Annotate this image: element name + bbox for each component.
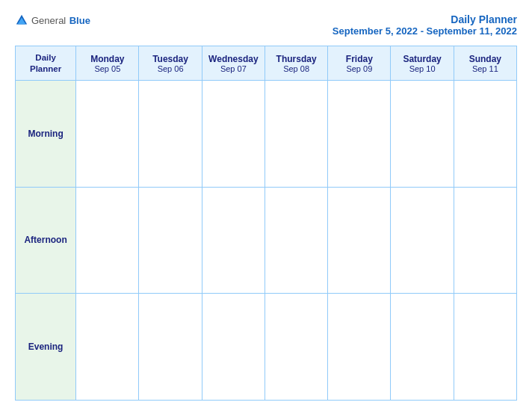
table-header-monday: Monday Sep 05 xyxy=(76,46,139,81)
cell-afternoon-friday[interactable] xyxy=(328,187,391,294)
table-header-tuesday: Tuesday Sep 06 xyxy=(139,46,202,81)
table-header-row: Daily Planner Monday Sep 05 Tuesday Sep … xyxy=(16,46,517,81)
logo-general: General xyxy=(31,15,66,26)
header: General Blue Daily Planner September 5, … xyxy=(15,13,517,37)
row-label-afternoon: Afternoon xyxy=(16,187,76,294)
col-day-date: Sep 11 xyxy=(456,64,515,73)
table-row: Morning xyxy=(16,81,517,188)
cell-evening-sunday[interactable] xyxy=(454,294,516,401)
cell-evening-tuesday[interactable] xyxy=(139,294,202,401)
cell-morning-monday[interactable] xyxy=(76,81,139,188)
cell-afternoon-sunday[interactable] xyxy=(454,187,516,294)
cell-morning-sunday[interactable] xyxy=(454,81,516,188)
label-header-line1: Daily xyxy=(17,52,74,64)
page: General Blue Daily Planner September 5, … xyxy=(0,0,532,411)
label-header-line2: Planner xyxy=(17,64,74,75)
header-title: Daily Planner xyxy=(332,13,517,25)
logo-text: General Blue xyxy=(31,13,90,27)
row-label-morning: Morning xyxy=(16,81,76,188)
table-header-label: Daily Planner xyxy=(16,46,76,81)
cell-morning-thursday[interactable] xyxy=(265,81,327,188)
cell-afternoon-monday[interactable] xyxy=(76,187,139,294)
cell-afternoon-saturday[interactable] xyxy=(391,187,454,294)
cell-morning-friday[interactable] xyxy=(328,81,391,188)
planner-table: Daily Planner Monday Sep 05 Tuesday Sep … xyxy=(15,46,517,401)
cell-afternoon-tuesday[interactable] xyxy=(139,187,202,294)
table-header-thursday: Thursday Sep 08 xyxy=(265,46,327,81)
cell-morning-saturday[interactable] xyxy=(391,81,454,188)
col-day-name: Tuesday xyxy=(140,54,200,64)
table-row: Afternoon xyxy=(16,187,517,294)
logo: General Blue xyxy=(15,13,90,27)
header-info: Daily Planner September 5, 2022 - Septem… xyxy=(332,13,517,37)
table-header-saturday: Saturday Sep 10 xyxy=(391,46,454,81)
col-day-name: Thursday xyxy=(267,54,326,64)
col-day-date: Sep 08 xyxy=(267,64,326,73)
cell-evening-thursday[interactable] xyxy=(265,294,327,401)
cell-afternoon-wednesday[interactable] xyxy=(202,187,265,294)
cell-evening-friday[interactable] xyxy=(328,294,391,401)
col-day-date: Sep 06 xyxy=(140,64,200,73)
col-day-date: Sep 05 xyxy=(78,64,137,73)
table-header-wednesday: Wednesday Sep 07 xyxy=(202,46,265,81)
row-label-evening: Evening xyxy=(16,294,76,401)
cell-afternoon-thursday[interactable] xyxy=(265,187,327,294)
col-day-name: Sunday xyxy=(456,54,515,64)
cell-morning-wednesday[interactable] xyxy=(202,81,265,188)
cell-evening-wednesday[interactable] xyxy=(202,294,265,401)
cell-evening-saturday[interactable] xyxy=(391,294,454,401)
col-day-name: Wednesday xyxy=(204,54,263,64)
cell-morning-tuesday[interactable] xyxy=(139,81,202,188)
logo-blue: Blue xyxy=(69,15,90,26)
generalblue-logo-icon xyxy=(15,13,28,27)
col-day-date: Sep 09 xyxy=(330,64,389,73)
table-row: Evening xyxy=(16,294,517,401)
col-day-name: Saturday xyxy=(392,54,451,64)
header-date-range: September 5, 2022 - September 11, 2022 xyxy=(332,25,517,37)
table-header-friday: Friday Sep 09 xyxy=(328,46,391,81)
table-header-sunday: Sunday Sep 11 xyxy=(454,46,516,81)
col-day-name: Friday xyxy=(330,54,389,64)
col-day-name: Monday xyxy=(78,54,137,64)
col-day-date: Sep 07 xyxy=(204,64,263,73)
cell-evening-monday[interactable] xyxy=(76,294,139,401)
col-day-date: Sep 10 xyxy=(392,64,451,73)
